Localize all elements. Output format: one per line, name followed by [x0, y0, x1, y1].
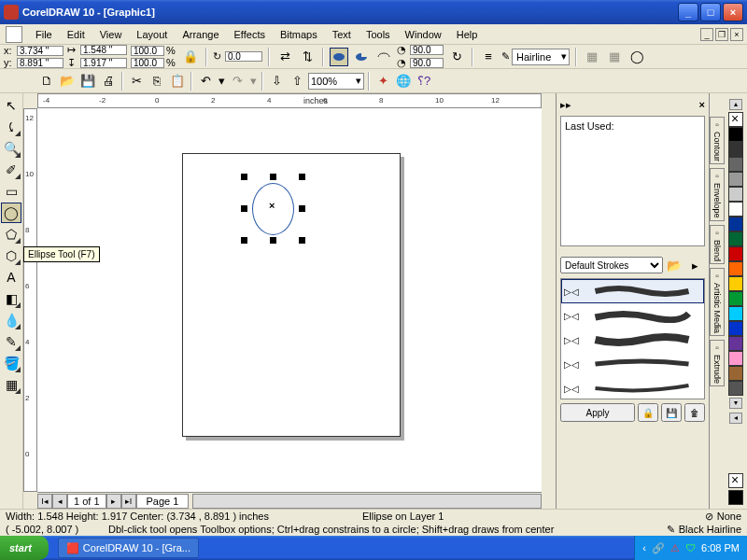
- docker-chevron-icon[interactable]: ▸▸: [560, 99, 571, 111]
- lock-ratio-button[interactable]: 🔒: [181, 48, 200, 66]
- save-button[interactable]: 💾: [78, 72, 97, 91]
- tray-icon[interactable]: ‹: [642, 542, 646, 553]
- hscrollbar[interactable]: [192, 494, 542, 509]
- outline-indicator[interactable]: [728, 490, 743, 505]
- interactive-fill-tool[interactable]: ◧: [1, 288, 21, 309]
- apply-button[interactable]: Apply: [560, 403, 635, 422]
- color-swatch[interactable]: [728, 231, 743, 246]
- stroke-item[interactable]: ▷◁: [561, 352, 704, 376]
- no-color-swatch[interactable]: [728, 112, 743, 127]
- zoom-combo[interactable]: 100%▾: [308, 73, 364, 90]
- menu-help[interactable]: Help: [449, 27, 486, 42]
- print-button[interactable]: 🖨: [99, 72, 118, 91]
- to-front-button[interactable]: ▦: [583, 48, 601, 66]
- polygon-tool[interactable]: ⬠: [1, 224, 21, 245]
- outline-tool[interactable]: ✎: [1, 331, 21, 352]
- width-input[interactable]: [80, 45, 127, 55]
- x-input[interactable]: [17, 46, 63, 56]
- color-swatch[interactable]: [728, 276, 743, 291]
- doc-icon[interactable]: [6, 26, 22, 43]
- open-button[interactable]: 📂: [58, 72, 77, 91]
- zoom-tool[interactable]: 🔍: [1, 138, 21, 159]
- ruler-horizontal[interactable]: inches -4-2024681012: [37, 93, 542, 108]
- docker-tab[interactable]: ▫Blend: [710, 225, 725, 264]
- color-swatch[interactable]: [728, 351, 743, 366]
- maximize-button[interactable]: □: [700, 3, 721, 21]
- menu-edit[interactable]: Edit: [60, 27, 92, 42]
- shape-tool[interactable]: ⤹: [1, 117, 21, 137]
- ruler-vertical[interactable]: 121086420: [23, 108, 37, 492]
- stroke-list[interactable]: ▷◁ ▷◁ ▷◁ ▷◁ ▷◁: [560, 278, 705, 399]
- pick-tool[interactable]: ↖: [1, 95, 21, 116]
- docker-tab[interactable]: ▫Extrude: [710, 340, 725, 386]
- mirror-h-button[interactable]: ⇄: [275, 48, 294, 66]
- docker-tab[interactable]: ▫Envelope: [710, 168, 725, 221]
- color-swatch[interactable]: [728, 381, 743, 396]
- stroke-category-combo[interactable]: Default Strokes: [560, 257, 663, 273]
- menu-view[interactable]: View: [92, 27, 130, 42]
- page-last-button[interactable]: ▸I: [121, 494, 136, 509]
- menu-file[interactable]: File: [28, 27, 60, 42]
- eyedropper-tool[interactable]: 💧: [1, 310, 21, 330]
- menu-bitmaps[interactable]: Bitmaps: [273, 27, 325, 42]
- color-swatch[interactable]: [728, 157, 743, 172]
- menu-text[interactable]: Text: [325, 27, 359, 42]
- y-input[interactable]: [17, 58, 63, 68]
- cut-button[interactable]: ✂: [127, 72, 146, 91]
- paste-button[interactable]: 📋: [168, 72, 187, 91]
- import-button[interactable]: ⇩: [267, 72, 286, 91]
- color-swatch[interactable]: [728, 142, 743, 157]
- mirror-v-button[interactable]: ⇅: [298, 48, 317, 66]
- minimize-button[interactable]: _: [678, 3, 698, 21]
- page-prev-button[interactable]: ◂: [52, 494, 67, 509]
- color-swatch[interactable]: [728, 202, 743, 217]
- clock[interactable]: 6:08 PM: [701, 542, 740, 553]
- ellipse-tool[interactable]: ◯: [1, 203, 21, 223]
- height-input[interactable]: [80, 58, 127, 68]
- color-swatch[interactable]: [728, 172, 743, 187]
- color-swatch[interactable]: [728, 261, 743, 276]
- freehand-tool[interactable]: ✐: [1, 160, 21, 180]
- stroke-item[interactable]: ▷◁: [561, 328, 704, 352]
- page-tab[interactable]: Page 1: [136, 494, 190, 509]
- docker-arrow-button[interactable]: ▸: [685, 256, 704, 274]
- stroke-item[interactable]: ▷◁: [561, 279, 704, 303]
- palette-up-button[interactable]: ▴: [729, 99, 742, 110]
- taskbar-item[interactable]: 🟥 CorelDRAW 10 - [Gra...: [58, 538, 199, 558]
- scalex-input[interactable]: [131, 46, 164, 56]
- scaley-input[interactable]: [131, 58, 164, 68]
- stroke-item[interactable]: ▷◁: [561, 303, 704, 328]
- color-swatch[interactable]: [728, 127, 743, 142]
- rotation-input[interactable]: [225, 51, 262, 62]
- stroke-item[interactable]: ▷◁: [561, 376, 704, 399]
- to-back-button[interactable]: ▦: [605, 48, 624, 66]
- docker-close-button[interactable]: ×: [699, 99, 705, 110]
- convert-curves-button[interactable]: ◯: [627, 48, 646, 66]
- pie-mode-button[interactable]: [352, 48, 371, 66]
- delete-stroke-button[interactable]: 🗑: [684, 403, 705, 422]
- save-stroke-button[interactable]: 💾: [661, 403, 682, 422]
- menu-layout[interactable]: Layout: [129, 27, 175, 42]
- whats-this-button[interactable]: ⸮?: [415, 72, 433, 91]
- page-next-button[interactable]: ▸: [106, 494, 121, 509]
- menu-tools[interactable]: Tools: [359, 27, 398, 42]
- undo-button[interactable]: ↶: [196, 72, 215, 91]
- corel-online-button[interactable]: 🌐: [394, 72, 413, 91]
- menu-window[interactable]: Window: [398, 27, 449, 42]
- basic-shapes-tool[interactable]: ⬡: [1, 245, 21, 266]
- selected-ellipse[interactable]: ×: [241, 174, 306, 245]
- start-button[interactable]: start: [0, 536, 49, 560]
- copy-button[interactable]: ⎘: [148, 72, 166, 91]
- angle1-input[interactable]: [410, 45, 444, 55]
- interactive-tool[interactable]: ▦: [1, 374, 21, 395]
- mdi-minimize[interactable]: _: [700, 28, 713, 41]
- redo-button[interactable]: ↷: [228, 72, 247, 91]
- menu-effects[interactable]: Effects: [227, 27, 273, 42]
- redo-drop-button[interactable]: ▾: [248, 72, 258, 91]
- color-swatch[interactable]: [728, 217, 743, 231]
- angle2-input[interactable]: [410, 58, 444, 68]
- fill-tool[interactable]: 🪣: [1, 353, 21, 373]
- color-swatch[interactable]: [728, 291, 743, 306]
- color-swatch[interactable]: [728, 336, 743, 351]
- browse-button[interactable]: 📂: [665, 256, 684, 274]
